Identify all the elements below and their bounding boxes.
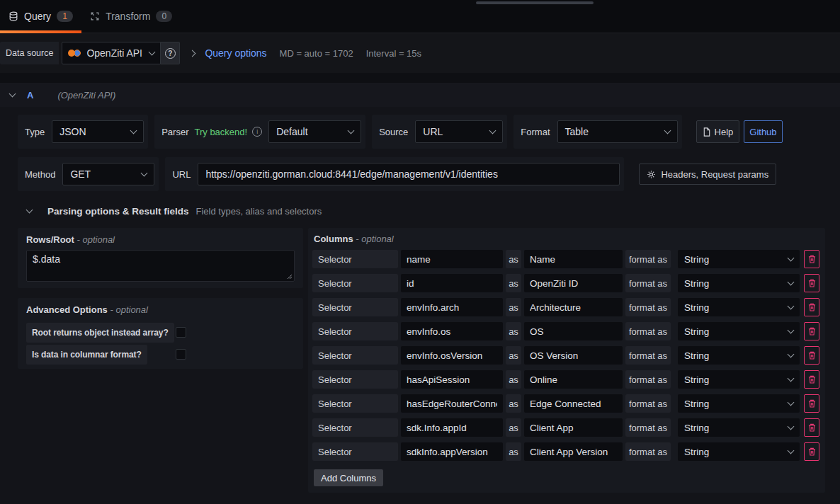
root-returns-object-label: Root returns object instead array?: [26, 323, 174, 343]
as-label: as: [506, 274, 521, 292]
chevron-down-icon: [489, 127, 496, 134]
method-select[interactable]: GET: [62, 163, 154, 185]
delete-column-button[interactable]: [804, 346, 819, 365]
column-selector-input[interactable]: [401, 322, 503, 340]
collapse-chevron-icon: [9, 90, 16, 97]
rows-root-textarea[interactable]: $.data: [26, 250, 295, 282]
format-as-label: format as: [625, 394, 671, 413]
column-alias-input[interactable]: [524, 394, 623, 413]
parsing-section-header[interactable]: Parsing options & Result fields Field ty…: [27, 201, 825, 221]
delete-column-button[interactable]: [804, 418, 819, 437]
url-input[interactable]: [198, 163, 620, 185]
advanced-option-row: Is data in columnar format?: [26, 345, 295, 365]
delete-column-button[interactable]: [804, 250, 819, 268]
column-alias-input[interactable]: [524, 250, 623, 268]
column-format-select[interactable]: String: [678, 394, 800, 413]
column-alias-input[interactable]: [524, 274, 623, 292]
try-backend-link[interactable]: Try backend!: [194, 127, 247, 137]
query-options-link[interactable]: Query options: [205, 47, 266, 59]
resize-handle-icon[interactable]: [287, 274, 293, 280]
add-columns-button[interactable]: Add Columns: [314, 469, 383, 486]
format-select[interactable]: Table: [557, 120, 678, 143]
delete-column-button[interactable]: [804, 442, 819, 461]
optional-hint: - optional: [110, 304, 147, 315]
root-returns-object-checkbox[interactable]: [176, 327, 186, 338]
tab-transform-label: Transform: [106, 11, 150, 22]
delete-column-button[interactable]: [804, 322, 819, 340]
format-as-label: format as: [625, 274, 671, 292]
parsing-panels: Rows/Root - optional $.data Advanced Opt…: [18, 228, 825, 493]
column-format-select[interactable]: String: [678, 442, 800, 461]
delete-column-button[interactable]: [804, 370, 819, 389]
tab-query[interactable]: Query 1: [0, 0, 81, 33]
chevron-down-icon: [788, 399, 795, 406]
as-label: as: [506, 442, 521, 461]
selector-label: Selector: [312, 298, 398, 316]
delete-column-button[interactable]: [804, 274, 819, 292]
query-row-header[interactable]: A (OpenZiti API): [0, 83, 840, 107]
optional-hint: - optional: [77, 234, 115, 245]
query-datasource-hint: (OpenZiti API): [57, 90, 115, 101]
column-format-select[interactable]: String: [678, 274, 800, 292]
parsing-section-title: Parsing options & Result fields: [47, 206, 189, 217]
rows-root-title: Rows/Root: [26, 234, 74, 245]
question-icon: ?: [165, 48, 176, 59]
help-button[interactable]: Help: [696, 120, 740, 143]
chevron-down-icon: [788, 350, 795, 357]
parser-label: Parser: [161, 127, 188, 137]
delete-column-button[interactable]: [804, 394, 819, 413]
selector-label: Selector: [312, 250, 398, 268]
advanced-option-row: Root returns object instead array?: [26, 323, 295, 343]
column-alias-input[interactable]: [524, 370, 623, 389]
column-format-select[interactable]: String: [678, 346, 800, 365]
column-selector-input[interactable]: [401, 346, 503, 365]
column-format-select[interactable]: String: [678, 298, 800, 316]
query-count-badge: 1: [57, 11, 73, 22]
column-selector-input[interactable]: [401, 274, 503, 292]
type-select[interactable]: JSON: [52, 120, 144, 143]
parser-select[interactable]: Default: [268, 120, 361, 143]
source-select[interactable]: URL: [415, 120, 503, 143]
format-as-label: format as: [625, 346, 671, 365]
column-alias-input[interactable]: [524, 346, 623, 365]
selector-label: Selector: [312, 346, 398, 365]
github-button[interactable]: Github: [744, 120, 782, 143]
editor-tabbar: Query 1 Transform 0: [0, 0, 840, 33]
datasource-help-button[interactable]: ?: [161, 42, 180, 64]
column-selector-input[interactable]: [401, 250, 503, 268]
column-selector-input[interactable]: [401, 394, 503, 413]
selector-label: Selector: [312, 394, 398, 413]
columnar-format-checkbox[interactable]: [176, 349, 186, 360]
column-selector-input[interactable]: [401, 418, 503, 437]
column-alias-input[interactable]: [524, 322, 623, 340]
datasource-value: OpenZiti API: [86, 47, 144, 59]
delete-column-button[interactable]: [804, 298, 819, 316]
database-icon: [8, 11, 18, 21]
tab-transform[interactable]: Transform 0: [81, 0, 181, 33]
column-format-select[interactable]: String: [678, 418, 800, 437]
pane-drag-handle[interactable]: [476, 1, 594, 4]
column-selector-input[interactable]: [401, 442, 503, 461]
column-format-select[interactable]: String: [678, 370, 800, 389]
column-selector-input[interactable]: [401, 298, 503, 316]
tab-query-label: Query: [24, 11, 51, 22]
column-format-select[interactable]: String: [678, 322, 800, 340]
transform-icon: [90, 11, 100, 21]
column-format-select[interactable]: String: [678, 250, 800, 268]
column-alias-input[interactable]: [524, 298, 623, 316]
optional-hint: - optional: [356, 234, 393, 244]
column-alias-input[interactable]: [524, 442, 623, 461]
format-field: Format Table: [513, 115, 681, 149]
chevron-down-icon: [788, 278, 795, 285]
headers-params-button[interactable]: Headers, Request params: [639, 164, 776, 185]
source-label: Source: [379, 127, 408, 137]
column-alias-input[interactable]: [524, 418, 623, 437]
stat-interval: Interval = 15s: [366, 48, 421, 59]
columns-rows: Selectorasformat asStringSelectorasforma…: [312, 250, 821, 461]
column-selector-input[interactable]: [401, 370, 503, 389]
datasource-picker[interactable]: OpenZiti API: [62, 42, 161, 64]
parser-field: Parser Try backend! i Default: [154, 115, 365, 149]
type-field: Type JSON: [18, 115, 148, 149]
parsing-section-subtitle: Field types, alias and selectors: [196, 206, 322, 217]
column-row: Selectorasformat asString: [312, 418, 821, 437]
